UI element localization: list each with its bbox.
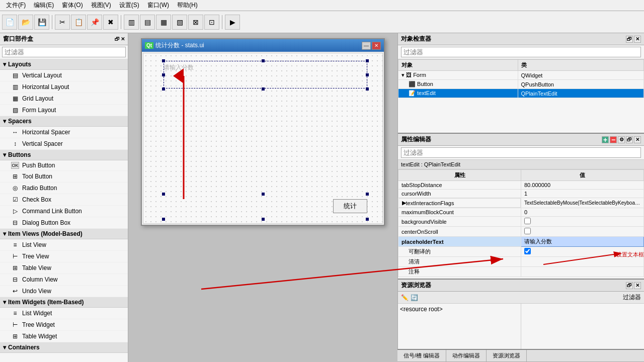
widget-table-widget[interactable]: ⊞ Table Widget	[0, 331, 128, 342]
qt-designer-window[interactable]: Qt 统计分数 - stats.ui — ✕	[141, 38, 385, 226]
menu-edit[interactable]: 编辑(E)	[30, 0, 58, 11]
bgvisible-checkbox[interactable]	[524, 218, 531, 224]
tab-signal-slot[interactable]: 信号/槽 编辑器	[397, 350, 446, 361]
widget-table-view[interactable]: ⊞ Table View	[0, 262, 128, 274]
resource-browser-close[interactable]: ✕	[634, 282, 641, 289]
toolbar-layout-break[interactable]: ⊠	[188, 15, 203, 30]
toolbar-layout-v[interactable]: ▤	[140, 15, 155, 30]
table-row[interactable]: ▶ textInteractionFlags TextSelectableByM…	[398, 198, 644, 208]
prop-maxblock-value[interactable]: 0	[521, 208, 644, 217]
toolbar-open[interactable]: 📂	[18, 15, 33, 30]
table-row[interactable]: backgroundVisible	[398, 217, 644, 227]
widget-form-layout[interactable]: ▧ Form Layout	[0, 105, 128, 116]
toolbar-layout-form[interactable]: ▧	[172, 15, 187, 30]
prop-comment-value[interactable]	[521, 267, 644, 277]
widget-horizontal-layout[interactable]: ▥ Horizontal Layout	[0, 81, 128, 93]
menu-file[interactable]: 文件(F)	[2, 0, 30, 11]
menu-view[interactable]: 视图(V)	[87, 0, 115, 11]
toolbar-preview[interactable]: ▶	[225, 15, 240, 30]
category-containers[interactable]: ▾ Containers	[0, 342, 128, 353]
resource-browser-float[interactable]: 🗗	[626, 282, 633, 289]
property-editor-configure[interactable]: ⚙	[618, 136, 625, 143]
widget-push-button[interactable]: OK Push Button	[0, 160, 128, 171]
centeronscroll-checkbox[interactable]	[524, 228, 531, 234]
property-editor-close[interactable]: ✕	[634, 136, 641, 143]
widget-vertical-layout[interactable]: ▤ Vertical Layout	[0, 70, 128, 81]
menu-form[interactable]: 窗体(O)	[58, 0, 87, 11]
prop-translatable-value[interactable]	[521, 247, 644, 257]
tab-action-editor[interactable]: 动作编辑器	[446, 350, 487, 361]
widget-dialog-button-box[interactable]: ⊟ Dialog Button Box	[0, 217, 128, 229]
menu-window[interactable]: 窗口(W)	[143, 0, 173, 11]
menu-settings[interactable]: 设置(S)	[115, 0, 143, 11]
prop-cursorwidth-value[interactable]: 1	[521, 190, 644, 198]
widget-tree-widget[interactable]: ⊢ Tree Widget	[0, 319, 128, 331]
qt-stats-button[interactable]: 统计	[333, 199, 367, 213]
table-row[interactable]: 📝 textEdit QPlainTextEdit	[398, 89, 644, 98]
widget-box-float[interactable]: 🗗	[115, 36, 120, 42]
widget-radio-button[interactable]: ◎ Radio Button	[0, 183, 128, 194]
toolbar-layout-grid[interactable]: ▦	[156, 15, 171, 30]
resource-edit-icon[interactable]: ✏️	[401, 294, 409, 301]
object-inspector-filter[interactable]	[401, 47, 641, 57]
widget-command-link-button[interactable]: ▷ Command Link Button	[0, 206, 128, 217]
table-row[interactable]: placeholderText 请输入分数	[398, 237, 644, 247]
property-editor-filter[interactable]	[401, 147, 641, 158]
prop-placeholder-value[interactable]: 请输入分数	[521, 237, 644, 247]
prop-disambiguation-value[interactable]	[521, 257, 644, 267]
category-layouts[interactable]: ▾ Layouts	[0, 59, 128, 70]
table-row[interactable]: 可翻译的	[398, 247, 644, 257]
toolbar-adjust-size[interactable]: ⊡	[204, 15, 219, 30]
object-inspector-float[interactable]: 🗗	[626, 36, 633, 43]
widget-vertical-spacer[interactable]: ↕ Vertical Spacer	[0, 138, 128, 150]
category-spacers[interactable]: ▾ Spacers	[0, 116, 128, 127]
property-editor-add[interactable]: +	[602, 136, 609, 143]
table-row[interactable]: maximumBlockCount 0	[398, 208, 644, 217]
toolbar-new[interactable]: 📄	[2, 15, 17, 30]
object-inspector-close[interactable]: ✕	[634, 36, 641, 43]
widget-tool-button[interactable]: ⊞ Tool Button	[0, 171, 128, 183]
table-row[interactable]: 清清	[398, 257, 644, 267]
prop-bgvisible-value[interactable]	[521, 217, 644, 227]
widget-grid-layout[interactable]: ▦ Grid Layout	[0, 93, 128, 105]
toolbar-cut[interactable]: ✂	[55, 15, 70, 30]
prop-centeronscroll-value[interactable]	[521, 227, 644, 237]
category-buttons[interactable]: ▾ Buttons	[0, 150, 128, 160]
toolbar-save[interactable]: 💾	[34, 15, 49, 30]
table-row[interactable]: ▾ 🖼 Form QWidget	[398, 71, 644, 80]
qt-minimize-button[interactable]: —	[362, 42, 371, 50]
property-editor-remove[interactable]: −	[610, 136, 617, 143]
table-row[interactable]: 注释	[398, 267, 644, 277]
table-row[interactable]: cursorWidth 1	[398, 190, 644, 198]
widget-box-close[interactable]: ✕	[121, 36, 125, 42]
table-row[interactable]: ⬛ Button QPushButton	[398, 80, 644, 89]
qt-window-titlebar[interactable]: Qt 统计分数 - stats.ui — ✕	[142, 39, 384, 52]
widget-undo-view[interactable]: ↩ Undo View	[0, 286, 128, 297]
prop-textinteraction-value[interactable]: TextSelectableByMouse|TextSelectableByKe…	[521, 198, 644, 208]
widget-list-widget[interactable]: ≡ List Widget	[0, 308, 128, 319]
tab-resource-browser[interactable]: 资源浏览器	[487, 350, 527, 361]
prop-tabstop-value[interactable]: 80.000000	[521, 181, 644, 190]
table-row[interactable]: tabStopDistance 80.000000	[398, 181, 644, 190]
toolbar-copy[interactable]: 📋	[71, 15, 86, 30]
category-item-views[interactable]: ▾ Item Views (Model-Based)	[0, 229, 128, 239]
menu-help[interactable]: 帮助(H)	[173, 0, 202, 11]
widget-tree-view[interactable]: ⊢ Tree View	[0, 251, 128, 262]
table-row[interactable]: centerOnScroll	[398, 227, 644, 237]
translatable-checkbox[interactable]	[524, 248, 531, 254]
widget-horizontal-spacer[interactable]: ↔ Horizontal Spacer	[0, 127, 128, 138]
expand-arrow[interactable]: ▶	[402, 200, 406, 206]
widget-column-view[interactable]: ⊟ Column View	[0, 274, 128, 286]
category-item-widgets[interactable]: ▾ Item Widgets (Item-Based)	[0, 297, 128, 308]
widget-check-box[interactable]: ☑ Check Box	[0, 194, 128, 206]
toolbar-delete[interactable]: ✖	[103, 15, 118, 30]
qt-close-button[interactable]: ✕	[372, 42, 381, 50]
toolbar-paste[interactable]: 📌	[87, 15, 102, 30]
toolbar-layout-h[interactable]: ▥	[124, 15, 139, 30]
qt-form-canvas[interactable]: 请输入分数 统计	[143, 53, 383, 224]
property-editor-float[interactable]: 🗗	[626, 136, 633, 143]
widget-list-view[interactable]: ≡ List View	[0, 239, 128, 251]
resource-refresh-icon[interactable]: 🔄	[411, 294, 418, 301]
tree-expand-arrow[interactable]: ▾	[401, 72, 405, 78]
widget-box-filter-input[interactable]	[2, 47, 126, 57]
